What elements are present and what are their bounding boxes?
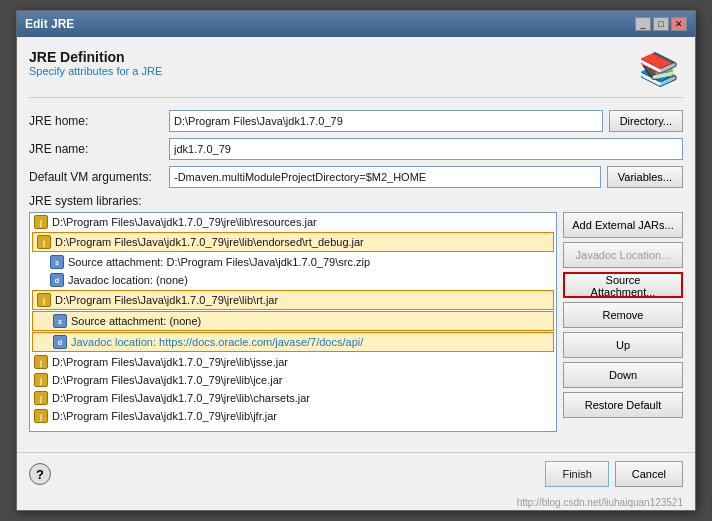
jar-icon: j bbox=[34, 355, 48, 369]
doc-icon: d bbox=[53, 335, 67, 349]
help-button[interactable]: ? bbox=[29, 463, 51, 485]
jar-icon: j bbox=[34, 373, 48, 387]
src-icon: s bbox=[50, 255, 64, 269]
jar-icon: j bbox=[37, 293, 51, 307]
maximize-button[interactable]: □ bbox=[653, 17, 669, 31]
title-bar: Edit JRE _ □ ✕ bbox=[17, 11, 695, 37]
add-external-jars-button[interactable]: Add External JARs... bbox=[563, 212, 683, 238]
tree-item-jsse[interactable]: j D:\Program Files\Java\jdk1.7.0_79\jre\… bbox=[30, 353, 556, 371]
tree-item-label: D:\Program Files\Java\jdk1.7.0_79\jre\li… bbox=[55, 294, 278, 306]
tree-item-javadoc-2[interactable]: d Javadoc location: https://docs.oracle.… bbox=[32, 332, 554, 352]
tree-item-src-attachment-1[interactable]: s Source attachment: D:\Program Files\Ja… bbox=[30, 253, 556, 271]
jar-icon: j bbox=[34, 409, 48, 423]
header-text: JRE Definition Specify attributes for a … bbox=[29, 49, 162, 77]
dialog-header: JRE Definition Specify attributes for a … bbox=[29, 49, 683, 98]
jre-home-row: JRE home: Directory... bbox=[29, 110, 683, 132]
tree-item-rtdebug[interactable]: j D:\Program Files\Java\jdk1.7.0_79\jre\… bbox=[32, 232, 554, 252]
tree-item-jce[interactable]: j D:\Program Files\Java\jdk1.7.0_79\jre\… bbox=[30, 371, 556, 389]
vm-args-label: Default VM arguments: bbox=[29, 170, 169, 184]
jre-home-input[interactable] bbox=[169, 110, 603, 132]
tree-item-label: D:\Program Files\Java\jdk1.7.0_79\jre\li… bbox=[52, 216, 317, 228]
javadoc-location-button[interactable]: Javadoc Location... bbox=[563, 242, 683, 268]
bottom-right-buttons: Finish Cancel bbox=[545, 461, 683, 487]
libraries-label: JRE system libraries: bbox=[29, 194, 683, 208]
vm-args-row: Default VM arguments: Variables... bbox=[29, 166, 683, 188]
vm-args-input[interactable] bbox=[169, 166, 601, 188]
tree-item-label: D:\Program Files\Java\jdk1.7.0_79\jre\li… bbox=[52, 410, 277, 422]
tree-item-jfr[interactable]: j D:\Program Files\Java\jdk1.7.0_79\jre\… bbox=[30, 407, 556, 425]
jar-icon: j bbox=[37, 235, 51, 249]
tree-item-label: D:\Program Files\Java\jdk1.7.0_79\jre\li… bbox=[52, 392, 310, 404]
tree-item-label: Source attachment: (none) bbox=[71, 315, 201, 327]
source-attachment-button[interactable]: Source Attachment... bbox=[563, 272, 683, 298]
minimize-button[interactable]: _ bbox=[635, 17, 651, 31]
up-button[interactable]: Up bbox=[563, 332, 683, 358]
src-icon: s bbox=[53, 314, 67, 328]
books-icon: 📚 bbox=[639, 50, 679, 88]
down-button[interactable]: Down bbox=[563, 362, 683, 388]
window-controls: _ □ ✕ bbox=[635, 17, 687, 31]
tree-item-label: Javadoc location: https://docs.oracle.co… bbox=[71, 336, 363, 348]
jre-name-row: JRE name: bbox=[29, 138, 683, 160]
jar-icon: j bbox=[34, 391, 48, 405]
restore-default-button[interactable]: Restore Default bbox=[563, 392, 683, 418]
remove-button[interactable]: Remove bbox=[563, 302, 683, 328]
tree-item-label: D:\Program Files\Java\jdk1.7.0_79\jre\li… bbox=[52, 374, 282, 386]
variables-button[interactable]: Variables... bbox=[607, 166, 683, 188]
close-button[interactable]: ✕ bbox=[671, 17, 687, 31]
doc-icon: d bbox=[50, 273, 64, 287]
watermark-text: http://blog.csdn.net/liuhaiquan123521 bbox=[517, 497, 683, 508]
tree-item-rt[interactable]: j D:\Program Files\Java\jdk1.7.0_79\jre\… bbox=[32, 290, 554, 310]
dialog-subtitle: Specify attributes for a JRE bbox=[29, 65, 162, 77]
jar-icon: j bbox=[34, 215, 48, 229]
finish-button[interactable]: Finish bbox=[545, 461, 608, 487]
directory-button[interactable]: Directory... bbox=[609, 110, 683, 132]
tree-item-src-attachment-2[interactable]: s Source attachment: (none) bbox=[32, 311, 554, 331]
bottom-bar: ? Finish Cancel bbox=[17, 452, 695, 495]
tree-item-label: Javadoc location: (none) bbox=[68, 274, 188, 286]
tree-item-label: Source attachment: D:\Program Files\Java… bbox=[68, 256, 370, 268]
header-icon: 📚 bbox=[635, 49, 683, 89]
window-title: Edit JRE bbox=[25, 17, 74, 31]
jre-name-input[interactable] bbox=[169, 138, 683, 160]
tree-item-label: D:\Program Files\Java\jdk1.7.0_79\jre\li… bbox=[52, 356, 288, 368]
tree-item-charsets[interactable]: j D:\Program Files\Java\jdk1.7.0_79\jre\… bbox=[30, 389, 556, 407]
jre-home-label: JRE home: bbox=[29, 114, 169, 128]
tree-item-javadoc-1[interactable]: d Javadoc location: (none) bbox=[30, 271, 556, 289]
libraries-tree[interactable]: j D:\Program Files\Java\jdk1.7.0_79\jre\… bbox=[29, 212, 557, 432]
cancel-button[interactable]: Cancel bbox=[615, 461, 683, 487]
jre-name-label: JRE name: bbox=[29, 142, 169, 156]
libraries-area: j D:\Program Files\Java\jdk1.7.0_79\jre\… bbox=[29, 212, 683, 432]
watermark: http://blog.csdn.net/liuhaiquan123521 bbox=[17, 495, 695, 510]
edit-jre-dialog: Edit JRE _ □ ✕ JRE Definition Specify at… bbox=[16, 10, 696, 511]
side-buttons: Add External JARs... Javadoc Location...… bbox=[563, 212, 683, 432]
dialog-title: JRE Definition bbox=[29, 49, 162, 65]
tree-item-label: D:\Program Files\Java\jdk1.7.0_79\jre\li… bbox=[55, 236, 364, 248]
dialog-content: JRE Definition Specify attributes for a … bbox=[17, 37, 695, 444]
tree-item-resources[interactable]: j D:\Program Files\Java\jdk1.7.0_79\jre\… bbox=[30, 213, 556, 231]
